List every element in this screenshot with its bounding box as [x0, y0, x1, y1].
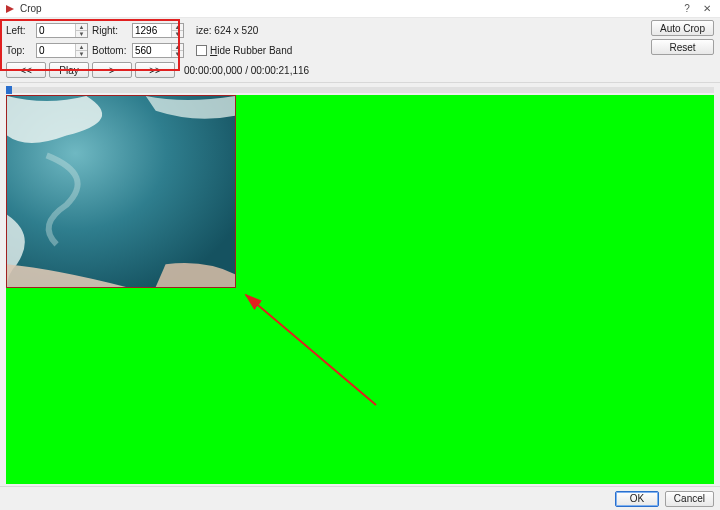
bottom-input[interactable]	[133, 44, 171, 57]
titlebar-controls: ? ✕	[678, 2, 716, 16]
dialog-footer: OK Cancel	[0, 486, 720, 510]
right-button-stack: Auto Crop Reset	[651, 20, 714, 55]
close-button[interactable]: ✕	[698, 2, 716, 16]
app-icon	[4, 3, 16, 15]
top-stepper[interactable]: ▲▼	[75, 44, 87, 57]
timeline[interactable]	[6, 87, 714, 93]
svg-line-1	[246, 295, 376, 405]
bottom-label: Bottom:	[92, 45, 128, 56]
down-icon[interactable]: ▼	[172, 31, 183, 37]
up-icon[interactable]: ▲	[172, 24, 183, 31]
top-input[interactable]	[37, 44, 75, 57]
size-value: 624 x 520	[214, 25, 258, 36]
right-input[interactable]	[133, 24, 171, 37]
size-label: ize: 624 x 520	[196, 25, 258, 36]
crop-dialog: Crop ? ✕ Left: ▲▼ Right: ▲▼ ize: 624 x 5…	[0, 0, 720, 510]
cancel-button[interactable]: Cancel	[665, 491, 714, 507]
video-frame	[6, 95, 236, 288]
up-icon[interactable]: ▲	[76, 44, 87, 51]
down-icon[interactable]: ▼	[76, 51, 87, 57]
top-label: Top:	[6, 45, 32, 56]
top-spinner[interactable]: ▲▼	[36, 43, 88, 58]
bottom-stepper[interactable]: ▲▼	[171, 44, 183, 57]
left-spinner[interactable]: ▲▼	[36, 23, 88, 38]
play-button[interactable]: Play	[49, 62, 89, 78]
reset-button[interactable]: Reset	[651, 39, 714, 55]
step-button[interactable]: >	[92, 62, 132, 78]
row-tb: Top: ▲▼ Bottom: ▲▼ Hide Rubber Band	[6, 41, 714, 59]
timeline-playhead[interactable]	[6, 86, 12, 94]
checkbox-box[interactable]	[196, 45, 207, 56]
bottom-spinner[interactable]: ▲▼	[132, 43, 184, 58]
ffwd-button[interactable]: >>	[135, 62, 175, 78]
playback-row: << Play > >> 00:00:00,000 / 00:00:21,116	[6, 62, 714, 78]
left-input[interactable]	[37, 24, 75, 37]
left-label: Left:	[6, 25, 32, 36]
down-icon[interactable]: ▼	[76, 31, 87, 37]
rewind-button[interactable]: <<	[6, 62, 46, 78]
window-title: Crop	[20, 3, 678, 14]
up-icon[interactable]: ▲	[172, 44, 183, 51]
help-button[interactable]: ?	[678, 2, 696, 16]
time-display: 00:00:00,000 / 00:00:21,116	[184, 65, 309, 76]
hide-rubber-band-label: Hide Rubber Band	[210, 45, 292, 56]
down-icon[interactable]: ▼	[172, 51, 183, 57]
ok-button[interactable]: OK	[615, 491, 659, 507]
left-stepper[interactable]: ▲▼	[75, 24, 87, 37]
preview-canvas[interactable]	[6, 95, 714, 484]
right-stepper[interactable]: ▲▼	[171, 24, 183, 37]
right-spinner[interactable]: ▲▼	[132, 23, 184, 38]
canvas-area	[0, 82, 720, 486]
ocean-image	[7, 96, 235, 287]
controls-panel: Left: ▲▼ Right: ▲▼ ize: 624 x 520 Top: ▲…	[0, 18, 720, 82]
auto-crop-button[interactable]: Auto Crop	[651, 20, 714, 36]
titlebar: Crop ? ✕	[0, 0, 720, 18]
hide-rubber-band-checkbox[interactable]: Hide Rubber Band	[196, 45, 292, 56]
row-lr: Left: ▲▼ Right: ▲▼ ize: 624 x 520	[6, 21, 714, 39]
right-label: Right:	[92, 25, 128, 36]
up-icon[interactable]: ▲	[76, 24, 87, 31]
